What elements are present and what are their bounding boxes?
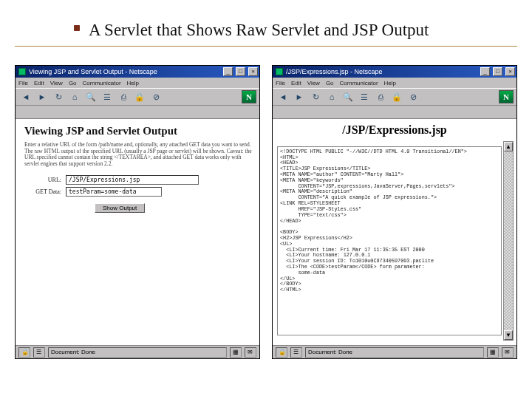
status-mail-icon: ✉ [502, 347, 514, 358]
toolbar-spacer [165, 90, 240, 103]
titlebar: /JSP/Expressions.jsp - Netscape _ □ × [273, 66, 516, 78]
menu-view[interactable]: View [50, 80, 63, 86]
home-button[interactable]: ⌂ [324, 90, 339, 103]
forward-button[interactable]: ► [35, 90, 50, 103]
toolbar-spacer [422, 90, 497, 103]
page-heading: Viewing JSP and Servlet Output [24, 125, 252, 137]
search-button[interactable]: 🔍 [341, 90, 355, 103]
form-row-url: URL: [24, 175, 252, 185]
window-title: Viewing JSP and Servlet Output - Netscap… [29, 68, 220, 75]
toolbar: ◄ ► ↻ ⌂ 🔍 ☰ ⎙ 🔒 ⊘ N [273, 88, 516, 106]
guide-button[interactable]: ☰ [357, 90, 372, 103]
getdata-label: GET Data: [24, 188, 61, 195]
forward-button[interactable]: ► [292, 90, 307, 103]
menubar: File Edit View Go Communicator Help [16, 78, 259, 88]
menu-communicator[interactable]: Communicator [83, 80, 121, 86]
stop-button[interactable]: ⊘ [406, 90, 420, 103]
title-underline [15, 46, 517, 47]
netscape-app-icon [18, 68, 26, 75]
status-component-icon: ▦ [487, 347, 499, 358]
menu-edit[interactable]: Edit [291, 80, 301, 86]
guide-button[interactable]: ☰ [100, 90, 115, 103]
menu-edit[interactable]: Edit [34, 80, 44, 86]
menu-help[interactable]: Help [384, 80, 396, 86]
close-button[interactable]: × [248, 67, 258, 76]
status-text: Document: Done [305, 347, 484, 358]
home-button[interactable]: ⌂ [67, 90, 82, 103]
vertical-scrollbar[interactable]: ▲ ▼ [503, 141, 514, 341]
status-icon-lock: 🔒 [276, 347, 287, 358]
minimize-button[interactable]: _ [223, 67, 233, 76]
page-heading: /JSP/Expressions.jsp [273, 119, 516, 137]
status-component-icon: ▦ [230, 347, 242, 358]
status-icon-progress: ☰ [33, 347, 45, 358]
browser-window-right: /JSP/Expressions.jsp - Netscape _ □ × Fi… [272, 65, 517, 359]
page-content: /JSP/Expressions.jsp <!DOCTYPE HTML PUBL… [273, 119, 516, 345]
status-mail-icon: ✉ [245, 347, 256, 358]
titlebar: Viewing JSP and Servlet Output - Netscap… [16, 66, 259, 78]
show-output-button[interactable]: Show Output [95, 203, 145, 213]
reload-button[interactable]: ↻ [51, 90, 66, 103]
netscape-app-icon [276, 68, 283, 75]
statusbar: 🔒 ☰ Document: Done ▦ ✉ [16, 345, 259, 358]
window-title: /JSP/Expressions.jsp - Netscape [286, 68, 477, 75]
maximize-button[interactable]: □ [493, 67, 502, 76]
address-bar [273, 106, 516, 119]
menu-go[interactable]: Go [326, 80, 334, 86]
menu-communicator[interactable]: Communicator [340, 80, 378, 86]
url-input[interactable] [66, 175, 199, 185]
page-description: Enter a relative URL of the form /path/n… [24, 142, 252, 168]
url-label: URL: [24, 177, 61, 183]
browser-window-left: Viewing JSP and Servlet Output - Netscap… [15, 65, 260, 359]
search-button[interactable]: 🔍 [83, 90, 98, 103]
maximize-button[interactable]: □ [236, 67, 245, 76]
statusbar: 🔒 ☰ Document: Done ▦ ✉ [273, 345, 516, 358]
stop-button[interactable]: ⊘ [149, 90, 163, 103]
scroll-up-button[interactable]: ▲ [504, 142, 513, 151]
menu-go[interactable]: Go [69, 80, 77, 86]
address-bar [16, 106, 259, 119]
menu-help[interactable]: Help [127, 80, 139, 86]
page-content: Viewing JSP and Servlet Output Enter a r… [16, 119, 259, 345]
scroll-down-button[interactable]: ▼ [504, 330, 513, 340]
status-text: Document: Done [48, 347, 227, 358]
security-button[interactable]: 🔒 [132, 90, 147, 103]
status-icon-lock: 🔒 [18, 347, 30, 358]
toolbar: ◄ ► ↻ ⌂ 🔍 ☰ ⎙ 🔒 ⊘ N [16, 88, 259, 106]
netscape-logo-icon: N [499, 90, 514, 103]
back-button[interactable]: ◄ [18, 90, 33, 103]
close-button[interactable]: × [505, 67, 515, 76]
security-button[interactable]: 🔒 [389, 90, 404, 103]
menubar: File Edit View Go Communicator Help [273, 78, 516, 88]
slide-title: A Servlet that Shows Raw Servlet and JSP… [89, 21, 429, 40]
print-button[interactable]: ⎙ [116, 90, 131, 103]
print-button[interactable]: ⎙ [373, 90, 388, 103]
minimize-button[interactable]: _ [480, 67, 490, 76]
netscape-logo-icon: N [242, 90, 256, 103]
back-button[interactable]: ◄ [276, 90, 290, 103]
reload-button[interactable]: ↻ [308, 90, 323, 103]
menu-file[interactable]: File [18, 80, 28, 86]
status-icon-progress: ☰ [290, 347, 302, 358]
getdata-input[interactable] [66, 187, 162, 197]
slide-bullet [74, 25, 80, 31]
form-row-getdata: GET Data: [24, 187, 252, 197]
menu-file[interactable]: File [276, 80, 285, 86]
dual-browser-screenshots: Viewing JSP and Servlet Output - Netscap… [15, 65, 517, 359]
html-source-textarea[interactable]: <!DOCTYPE HTML PUBLIC "-//W3C//DTD HTML … [277, 146, 502, 335]
menu-view[interactable]: View [307, 80, 320, 86]
